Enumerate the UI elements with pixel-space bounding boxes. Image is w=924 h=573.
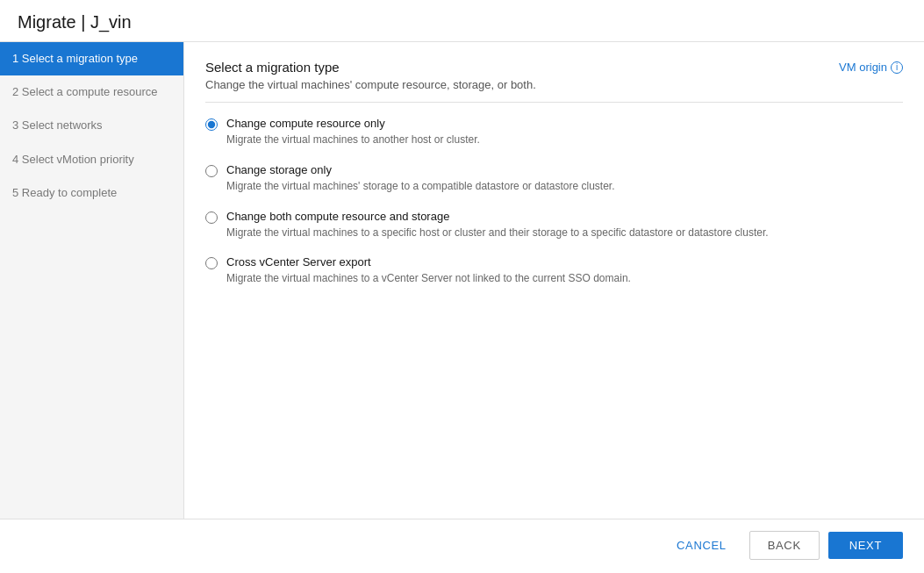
- content-title-text: Select a migration type: [205, 60, 340, 75]
- option-label-3[interactable]: Change both compute resource and storage: [226, 210, 769, 223]
- option-desc-3: Migrate the virtual machines to a specif…: [226, 226, 769, 240]
- cancel-button[interactable]: CANCEL: [663, 532, 741, 559]
- page-title: Migrate | J_vin: [18, 12, 132, 32]
- option-label-2[interactable]: Change storage only: [226, 163, 615, 176]
- option-item-2: Change storage only Migrate the virtual …: [205, 163, 903, 194]
- option-radio-2[interactable]: [205, 165, 218, 177]
- option-label-4[interactable]: Cross vCenter Server export: [226, 255, 631, 269]
- option-radio-4[interactable]: [205, 257, 218, 269]
- sidebar-item-step5[interactable]: 5 Ready to complete: [0, 176, 183, 210]
- divider: [205, 102, 903, 103]
- content-subtitle: Change the virtual machines' compute res…: [205, 78, 903, 91]
- content-title-row: Select a migration type VM origin i: [205, 60, 903, 75]
- footer: CANCEL BACK NEXT: [0, 519, 924, 571]
- sidebar-item-step2[interactable]: 2 Select a compute resource: [0, 75, 183, 109]
- sidebar: 1 Select a migration type 2 Select a com…: [0, 42, 184, 519]
- option-item-4: Cross vCenter Server export Migrate the …: [205, 255, 903, 286]
- content-area: Select a migration type VM origin i Chan…: [184, 42, 924, 519]
- option-desc-1: Migrate the virtual machines to another …: [226, 133, 480, 147]
- back-button[interactable]: BACK: [749, 531, 820, 560]
- content-header: Select a migration type VM origin i Chan…: [205, 60, 903, 91]
- option-label-1[interactable]: Change compute resource only: [226, 117, 480, 130]
- sidebar-item-step4[interactable]: 4 Select vMotion priority: [0, 143, 183, 176]
- option-radio-1[interactable]: [205, 118, 218, 131]
- main-layout: 1 Select a migration type 2 Select a com…: [0, 42, 924, 519]
- option-desc-2: Migrate the virtual machines' storage to…: [226, 179, 615, 194]
- option-group: Change compute resource only Migrate the…: [205, 117, 903, 286]
- vm-origin-link[interactable]: VM origin i: [839, 61, 903, 74]
- next-button[interactable]: NEXT: [828, 532, 903, 559]
- sidebar-item-step3[interactable]: 3 Select networks: [0, 109, 183, 142]
- page-header: Migrate | J_vin: [0, 0, 924, 42]
- option-desc-4: Migrate the virtual machines to a vCente…: [226, 271, 631, 286]
- info-icon: i: [891, 61, 903, 74]
- option-item-3: Change both compute resource and storage…: [205, 210, 903, 240]
- sidebar-item-step1[interactable]: 1 Select a migration type: [0, 42, 183, 75]
- option-radio-3[interactable]: [205, 211, 218, 224]
- option-item-1: Change compute resource only Migrate the…: [205, 117, 903, 147]
